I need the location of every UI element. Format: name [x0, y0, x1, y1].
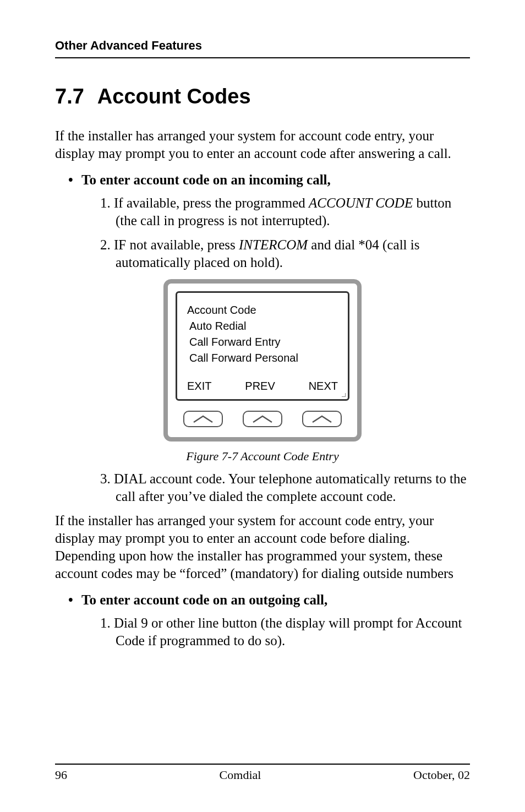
softlabel-next: NEXT — [309, 380, 338, 393]
lcd-line-3: Call Forward Entry — [187, 336, 338, 348]
figure-7-7: Account Code Auto Redial Call Forward En… — [55, 279, 470, 464]
lcd-line-1: Account Code — [187, 304, 338, 317]
section-number: 7.7 — [55, 85, 84, 108]
intro-paragraph-2: If the installer has arranged your syste… — [55, 512, 470, 582]
account-code-button-ref: ACCOUNT CODE — [309, 195, 413, 210]
outgoing-step-1: 1. Dial 9 or other line button (the disp… — [100, 614, 470, 650]
figure-caption: Figure 7-7 Account Code Entry — [186, 449, 338, 464]
softlabel-prev: PREV — [245, 380, 275, 393]
footer-page-number: 96 — [55, 768, 67, 782]
chevron-up-icon — [193, 415, 214, 423]
step-3: 3. DIAL account code. Your telephone aut… — [100, 470, 470, 505]
chevron-up-icon — [311, 415, 332, 423]
section-title: Account Codes — [97, 85, 251, 108]
step-2: 2. IF not available, press INTERCOM and … — [100, 236, 470, 271]
page-footer: 96 Comdial October, 02 — [55, 764, 470, 782]
softkey-right[interactable] — [302, 411, 342, 427]
softlabel-exit: EXIT — [187, 380, 211, 393]
steps-incoming: 1. If available, press the programmed AC… — [100, 194, 470, 271]
intercom-button-ref: INTERCOM — [239, 237, 308, 252]
intro-paragraph-1: If the installer has arranged your syste… — [55, 127, 470, 162]
phone-lcd: Account Code Auto Redial Call Forward En… — [176, 291, 349, 401]
softkey-middle[interactable] — [243, 411, 282, 427]
footer-date: October, 02 — [413, 768, 470, 782]
chevron-up-icon — [252, 415, 273, 423]
softkey-left[interactable] — [183, 411, 223, 427]
section-heading: 7.7Account Codes — [55, 85, 470, 108]
step-1: 1. If available, press the programmed AC… — [100, 194, 470, 230]
lcd-line-2: Auto Redial — [187, 320, 338, 333]
steps-outgoing: 1. Dial 9 or other line button (the disp… — [100, 614, 470, 650]
procedure-heading-incoming: To enter account code on an incoming cal… — [81, 172, 470, 188]
softkey-row — [176, 411, 349, 427]
steps-incoming-cont: 3. DIAL account code. Your telephone aut… — [100, 470, 470, 505]
lcd-line-4: Call Forward Personal — [187, 352, 338, 364]
running-head: Other Advanced Features — [55, 39, 470, 58]
phone-illustration: Account Code Auto Redial Call Forward En… — [163, 279, 362, 442]
footer-center: Comdial — [220, 768, 261, 782]
procedure-heading-outgoing: To enter account code on an outgoing cal… — [81, 592, 470, 608]
